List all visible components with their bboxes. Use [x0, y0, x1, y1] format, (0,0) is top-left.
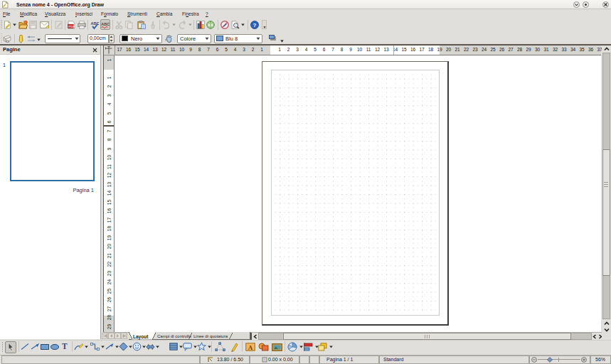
svg-text:ABC: ABC	[101, 22, 110, 26]
svg-text:?: ?	[253, 22, 257, 28]
svg-text:PDF: PDF	[68, 25, 75, 28]
svg-text:A: A	[248, 344, 253, 351]
